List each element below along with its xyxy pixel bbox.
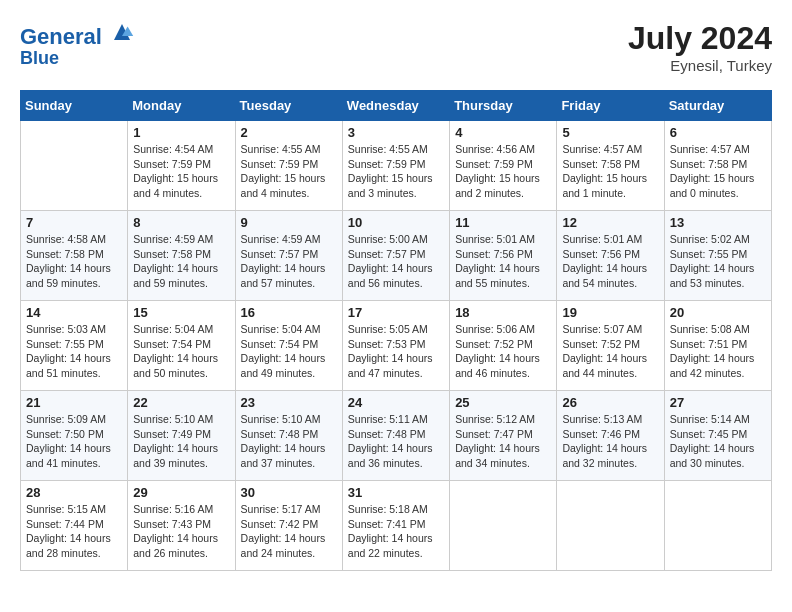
calendar-cell: 1Sunrise: 4:54 AMSunset: 7:59 PMDaylight… xyxy=(128,121,235,211)
column-header-friday: Friday xyxy=(557,91,664,121)
day-number: 23 xyxy=(241,395,337,410)
calendar-table: SundayMondayTuesdayWednesdayThursdayFrid… xyxy=(20,90,772,571)
day-info: Sunrise: 5:16 AMSunset: 7:43 PMDaylight:… xyxy=(133,502,229,561)
day-info: Sunrise: 5:03 AMSunset: 7:55 PMDaylight:… xyxy=(26,322,122,381)
calendar-cell: 2Sunrise: 4:55 AMSunset: 7:59 PMDaylight… xyxy=(235,121,342,211)
day-info: Sunrise: 5:02 AMSunset: 7:55 PMDaylight:… xyxy=(670,232,766,291)
day-info: Sunrise: 5:15 AMSunset: 7:44 PMDaylight:… xyxy=(26,502,122,561)
day-info: Sunrise: 5:09 AMSunset: 7:50 PMDaylight:… xyxy=(26,412,122,471)
day-number: 3 xyxy=(348,125,444,140)
calendar-week-row: 21Sunrise: 5:09 AMSunset: 7:50 PMDayligh… xyxy=(21,391,772,481)
calendar-header-row: SundayMondayTuesdayWednesdayThursdayFrid… xyxy=(21,91,772,121)
calendar-week-row: 28Sunrise: 5:15 AMSunset: 7:44 PMDayligh… xyxy=(21,481,772,571)
calendar-cell xyxy=(21,121,128,211)
day-number: 31 xyxy=(348,485,444,500)
calendar-cell: 12Sunrise: 5:01 AMSunset: 7:56 PMDayligh… xyxy=(557,211,664,301)
day-info: Sunrise: 5:17 AMSunset: 7:42 PMDaylight:… xyxy=(241,502,337,561)
calendar-cell: 14Sunrise: 5:03 AMSunset: 7:55 PMDayligh… xyxy=(21,301,128,391)
column-header-monday: Monday xyxy=(128,91,235,121)
calendar-cell: 22Sunrise: 5:10 AMSunset: 7:49 PMDayligh… xyxy=(128,391,235,481)
calendar-cell: 7Sunrise: 4:58 AMSunset: 7:58 PMDaylight… xyxy=(21,211,128,301)
day-info: Sunrise: 5:10 AMSunset: 7:48 PMDaylight:… xyxy=(241,412,337,471)
calendar-cell: 28Sunrise: 5:15 AMSunset: 7:44 PMDayligh… xyxy=(21,481,128,571)
calendar-cell: 27Sunrise: 5:14 AMSunset: 7:45 PMDayligh… xyxy=(664,391,771,481)
day-number: 20 xyxy=(670,305,766,320)
day-info: Sunrise: 4:57 AMSunset: 7:58 PMDaylight:… xyxy=(562,142,658,201)
day-info: Sunrise: 4:55 AMSunset: 7:59 PMDaylight:… xyxy=(241,142,337,201)
logo-icon xyxy=(110,20,134,44)
day-info: Sunrise: 5:04 AMSunset: 7:54 PMDaylight:… xyxy=(241,322,337,381)
calendar-cell: 29Sunrise: 5:16 AMSunset: 7:43 PMDayligh… xyxy=(128,481,235,571)
calendar-cell: 17Sunrise: 5:05 AMSunset: 7:53 PMDayligh… xyxy=(342,301,449,391)
column-header-thursday: Thursday xyxy=(450,91,557,121)
day-number: 13 xyxy=(670,215,766,230)
calendar-cell: 16Sunrise: 5:04 AMSunset: 7:54 PMDayligh… xyxy=(235,301,342,391)
calendar-cell: 4Sunrise: 4:56 AMSunset: 7:59 PMDaylight… xyxy=(450,121,557,211)
calendar-cell: 19Sunrise: 5:07 AMSunset: 7:52 PMDayligh… xyxy=(557,301,664,391)
day-info: Sunrise: 5:04 AMSunset: 7:54 PMDaylight:… xyxy=(133,322,229,381)
calendar-cell: 5Sunrise: 4:57 AMSunset: 7:58 PMDaylight… xyxy=(557,121,664,211)
day-info: Sunrise: 5:06 AMSunset: 7:52 PMDaylight:… xyxy=(455,322,551,381)
column-header-saturday: Saturday xyxy=(664,91,771,121)
calendar-cell: 18Sunrise: 5:06 AMSunset: 7:52 PMDayligh… xyxy=(450,301,557,391)
calendar-week-row: 1Sunrise: 4:54 AMSunset: 7:59 PMDaylight… xyxy=(21,121,772,211)
calendar-cell: 15Sunrise: 5:04 AMSunset: 7:54 PMDayligh… xyxy=(128,301,235,391)
location-title: Eynesil, Turkey xyxy=(628,57,772,74)
day-info: Sunrise: 4:58 AMSunset: 7:58 PMDaylight:… xyxy=(26,232,122,291)
calendar-week-row: 14Sunrise: 5:03 AMSunset: 7:55 PMDayligh… xyxy=(21,301,772,391)
day-number: 4 xyxy=(455,125,551,140)
day-number: 8 xyxy=(133,215,229,230)
day-number: 10 xyxy=(348,215,444,230)
day-info: Sunrise: 5:14 AMSunset: 7:45 PMDaylight:… xyxy=(670,412,766,471)
calendar-cell: 3Sunrise: 4:55 AMSunset: 7:59 PMDaylight… xyxy=(342,121,449,211)
day-number: 7 xyxy=(26,215,122,230)
column-header-tuesday: Tuesday xyxy=(235,91,342,121)
day-number: 9 xyxy=(241,215,337,230)
calendar-cell: 9Sunrise: 4:59 AMSunset: 7:57 PMDaylight… xyxy=(235,211,342,301)
calendar-week-row: 7Sunrise: 4:58 AMSunset: 7:58 PMDaylight… xyxy=(21,211,772,301)
day-info: Sunrise: 5:07 AMSunset: 7:52 PMDaylight:… xyxy=(562,322,658,381)
day-info: Sunrise: 4:59 AMSunset: 7:58 PMDaylight:… xyxy=(133,232,229,291)
calendar-cell: 21Sunrise: 5:09 AMSunset: 7:50 PMDayligh… xyxy=(21,391,128,481)
day-info: Sunrise: 4:59 AMSunset: 7:57 PMDaylight:… xyxy=(241,232,337,291)
day-number: 12 xyxy=(562,215,658,230)
month-year-title: July 2024 xyxy=(628,20,772,57)
day-number: 29 xyxy=(133,485,229,500)
calendar-cell: 30Sunrise: 5:17 AMSunset: 7:42 PMDayligh… xyxy=(235,481,342,571)
calendar-cell xyxy=(450,481,557,571)
day-info: Sunrise: 5:11 AMSunset: 7:48 PMDaylight:… xyxy=(348,412,444,471)
calendar-cell: 11Sunrise: 5:01 AMSunset: 7:56 PMDayligh… xyxy=(450,211,557,301)
calendar-cell: 26Sunrise: 5:13 AMSunset: 7:46 PMDayligh… xyxy=(557,391,664,481)
day-info: Sunrise: 5:00 AMSunset: 7:57 PMDaylight:… xyxy=(348,232,444,291)
calendar-cell: 24Sunrise: 5:11 AMSunset: 7:48 PMDayligh… xyxy=(342,391,449,481)
day-number: 15 xyxy=(133,305,229,320)
calendar-cell: 6Sunrise: 4:57 AMSunset: 7:58 PMDaylight… xyxy=(664,121,771,211)
day-number: 18 xyxy=(455,305,551,320)
day-number: 17 xyxy=(348,305,444,320)
calendar-cell: 25Sunrise: 5:12 AMSunset: 7:47 PMDayligh… xyxy=(450,391,557,481)
calendar-cell: 8Sunrise: 4:59 AMSunset: 7:58 PMDaylight… xyxy=(128,211,235,301)
day-number: 30 xyxy=(241,485,337,500)
day-info: Sunrise: 5:08 AMSunset: 7:51 PMDaylight:… xyxy=(670,322,766,381)
column-header-wednesday: Wednesday xyxy=(342,91,449,121)
page-header: General Blue July 2024 Eynesil, Turkey xyxy=(20,20,772,74)
calendar-cell xyxy=(557,481,664,571)
calendar-cell: 31Sunrise: 5:18 AMSunset: 7:41 PMDayligh… xyxy=(342,481,449,571)
day-number: 25 xyxy=(455,395,551,410)
day-info: Sunrise: 5:01 AMSunset: 7:56 PMDaylight:… xyxy=(455,232,551,291)
day-info: Sunrise: 5:18 AMSunset: 7:41 PMDaylight:… xyxy=(348,502,444,561)
day-info: Sunrise: 5:01 AMSunset: 7:56 PMDaylight:… xyxy=(562,232,658,291)
calendar-cell: 23Sunrise: 5:10 AMSunset: 7:48 PMDayligh… xyxy=(235,391,342,481)
day-number: 19 xyxy=(562,305,658,320)
logo-text: General xyxy=(20,20,134,49)
calendar-cell: 13Sunrise: 5:02 AMSunset: 7:55 PMDayligh… xyxy=(664,211,771,301)
day-info: Sunrise: 4:56 AMSunset: 7:59 PMDaylight:… xyxy=(455,142,551,201)
day-number: 16 xyxy=(241,305,337,320)
day-info: Sunrise: 4:57 AMSunset: 7:58 PMDaylight:… xyxy=(670,142,766,201)
day-number: 28 xyxy=(26,485,122,500)
title-block: July 2024 Eynesil, Turkey xyxy=(628,20,772,74)
day-info: Sunrise: 5:13 AMSunset: 7:46 PMDaylight:… xyxy=(562,412,658,471)
calendar-cell xyxy=(664,481,771,571)
logo-text-blue: Blue xyxy=(20,49,134,69)
day-number: 27 xyxy=(670,395,766,410)
